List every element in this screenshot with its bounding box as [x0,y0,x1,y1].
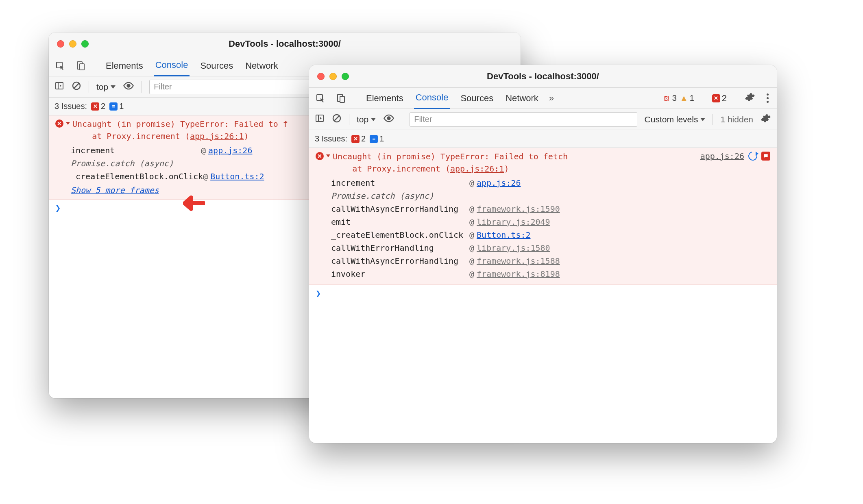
context-label: top [357,115,368,124]
frame-at: @ [469,217,474,227]
frame-function: _createElementBlock.onClick [71,172,203,181]
frame-function: callWithErrorHandling [331,243,469,253]
issues-errors-badge: ✕2 [91,102,105,111]
tab-sources[interactable]: Sources [198,55,235,76]
minimize-window-button[interactable] [329,73,337,80]
status-badges[interactable]: ⦻3 ▲1 [663,93,694,103]
clear-console-icon[interactable] [332,113,342,125]
frame-function: emit [331,217,469,227]
message-badge-icon: ≡ [370,135,378,143]
tab-network[interactable]: Network [244,55,280,76]
context-dropdown[interactable]: top [96,82,116,92]
tab-sources[interactable]: Sources [459,88,495,109]
svg-marker-5 [60,85,61,87]
tab-network[interactable]: Network [504,88,540,109]
issues-badge[interactable]: ✕2 [712,93,727,104]
svg-line-7 [74,83,79,88]
maximize-window-button[interactable] [342,73,349,80]
frame-location-link[interactable]: framework.js:8198 [477,269,560,279]
frame-location-link[interactable]: library.js:1580 [477,243,550,253]
stack-frame: increment@app.js:26 [331,176,770,189]
svg-rect-12 [316,115,323,122]
frame-at: @ [201,146,206,155]
frame-at: @ [203,172,208,181]
tab-strip: Elements Console Sources Network » ⦻3 ▲1… [309,88,777,109]
error-icon: ✕ [55,119,63,128]
stack-frame: invoker@framework.js:8198 [331,267,770,280]
frame-at: @ [469,230,474,240]
filter-placeholder: Filter [414,115,432,124]
devtools-window-expanded: DevTools - localhost:3000/ Elements Cons… [309,65,777,443]
divider [89,81,89,93]
clear-console-icon[interactable] [72,81,81,93]
tab-elements[interactable]: Elements [104,55,145,76]
frame-location-link[interactable]: app.js:26 [208,146,252,155]
expand-arrow-icon[interactable] [326,154,330,157]
frame-location-link[interactable]: library.js:2049 [477,217,550,227]
issues-messages-badge: ≡1 [109,102,124,111]
sidebar-toggle-icon[interactable] [315,113,325,125]
console-settings-icon[interactable] [761,113,771,126]
inspect-icon[interactable] [54,60,66,72]
source-location-link[interactable]: app.js:26 [700,151,744,161]
minimize-window-button[interactable] [69,40,76,48]
device-toggle-icon[interactable] [75,60,86,72]
more-tabs-button[interactable]: » [549,93,554,104]
frame-location-link[interactable]: Button.ts:2 [477,230,530,240]
frame-location-link[interactable]: framework.js:1588 [477,256,560,266]
issues-label: 3 Issues: [54,102,87,111]
close-window-button[interactable] [57,40,64,48]
stack-frame: callWithAsyncErrorHandling@framework.js:… [331,202,770,215]
window-title: DevTools - localhost:3000/ [309,71,777,82]
stack-trace: increment@app.js:26Promise.catch (async)… [331,176,770,280]
frame-function: callWithAsyncErrorHandling [331,204,469,214]
frame-location-link[interactable]: framework.js:1590 [477,204,560,214]
stack-frame: emit@library.js:2049 [331,215,770,228]
traffic-lights [317,73,349,80]
log-level-dropdown[interactable]: Custom levels [645,115,706,124]
inspect-icon[interactable] [315,93,326,104]
show-more-frames-link[interactable]: Show 5 more frames [71,185,159,195]
feedback-icon[interactable] [761,152,770,161]
close-window-button[interactable] [317,73,325,80]
frame-at: @ [469,269,474,279]
divider [349,114,349,125]
frame-location-link[interactable]: Button.ts:2 [210,172,264,181]
stack-frame-async: Promise.catch (async) [331,189,770,202]
stack-frame: _createElementBlock.onClick@Button.ts:2 [331,228,770,241]
tab-console[interactable]: Console [154,55,190,76]
live-expression-icon[interactable] [383,113,394,126]
chevron-down-icon [700,118,705,121]
error-location-link[interactable]: app.js:26:1 [450,164,504,174]
svg-point-17 [388,117,390,120]
console-body: app.js:26 ✕ Uncaught (in promise) TypeEr… [309,148,777,443]
error-text: Uncaught (in promise) TypeError: Failed … [72,118,288,142]
chevron-down-icon [111,85,116,89]
sidebar-toggle-icon[interactable] [54,81,64,93]
expand-arrow-icon[interactable] [66,122,70,125]
issues-label: 3 Issues: [315,134,347,143]
issues-bar[interactable]: 3 Issues: ✕2 ≡1 [309,130,777,148]
stack-frame: callWithErrorHandling@library.js:1580 [331,241,770,254]
console-prompt[interactable]: ❯ [309,285,777,302]
error-message[interactable]: app.js:26 ✕ Uncaught (in promise) TypeEr… [309,148,777,285]
settings-icon[interactable] [745,92,755,105]
context-dropdown[interactable]: top [357,115,376,124]
maximize-window-button[interactable] [81,40,89,48]
frame-location-link[interactable]: app.js:26 [477,178,521,188]
error-count-icon: ⦻ [663,93,671,103]
frame-at: @ [469,178,474,188]
more-menu-icon[interactable] [764,92,771,104]
filter-input[interactable]: Filter [410,112,637,127]
hidden-count[interactable]: 1 hidden [720,115,753,124]
tab-console[interactable]: Console [414,88,450,109]
stack-frame: callWithAsyncErrorHandling@framework.js:… [331,254,770,267]
live-expression-icon[interactable] [123,80,134,93]
window-title: DevTools - localhost:3000/ [49,39,521,49]
frame-async: Promise.catch (async) [331,191,469,201]
error-badge-icon: ✕ [712,94,720,102]
tab-elements[interactable]: Elements [364,88,405,109]
error-location-link[interactable]: app.js:26:1 [190,131,244,141]
device-toggle-icon[interactable] [335,93,347,104]
reload-icon[interactable] [747,150,759,162]
